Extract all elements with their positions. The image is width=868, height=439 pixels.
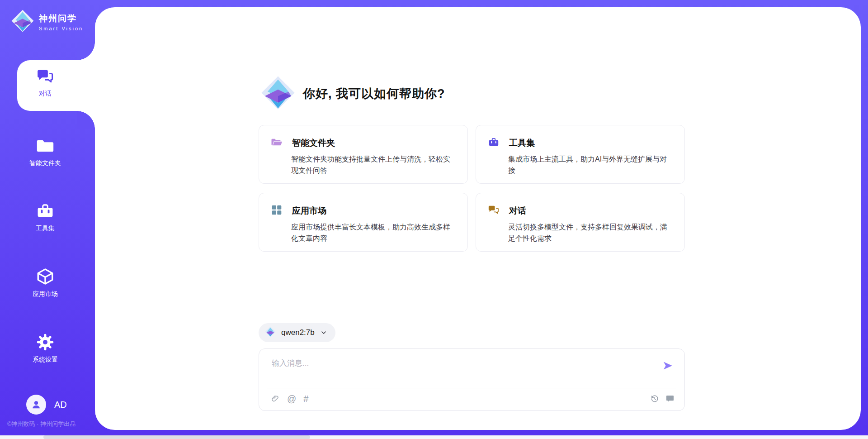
history-icon[interactable] (650, 394, 659, 403)
card-chat[interactable]: 对话 灵活切换多模型文件，支持多样回复效果调试，满足个性化需求 (476, 193, 685, 252)
attachment-icon[interactable] (271, 394, 280, 403)
sidebar-item-label: 工具集 (36, 224, 55, 233)
sidebar-item-settings[interactable]: 系统设置 (0, 332, 90, 364)
card-smart-folder[interactable]: 智能文件夹 智能文件夹功能支持批量文件上传与清洗，轻松实现文件问答 (259, 125, 468, 184)
briefcase-icon (488, 136, 500, 150)
sidebar-item-app-market[interactable]: 应用市场 (0, 267, 90, 298)
send-icon[interactable] (662, 360, 674, 372)
hashtag-icon[interactable]: # (303, 394, 308, 403)
app-logo: 神州问学 Smart Vision (11, 9, 83, 34)
app-subtitle: Smart Vision (39, 26, 83, 31)
cube-icon (35, 267, 55, 286)
avatar (26, 395, 46, 415)
greeting: 你好, 我可以如何帮助你? (260, 75, 445, 112)
user-initials: AD (54, 400, 67, 410)
message-input[interactable] (272, 359, 642, 368)
horizontal-scrollbar[interactable] (0, 435, 868, 439)
tab-fillet-bottom (77, 111, 95, 129)
main-panel: 你好, 我可以如何帮助你? 智能文件夹 智能文件夹功能支持批量文件上传与清洗，轻… (95, 7, 861, 430)
card-title: 工具集 (509, 137, 535, 149)
sidebar-item-label: 应用市场 (33, 290, 58, 298)
sidebar-item-label: 对话 (39, 90, 52, 98)
folder-open-icon (271, 136, 283, 150)
sidebar-item-label: 系统设置 (33, 356, 58, 364)
sidebar-item-chat[interactable]: 对话 (0, 66, 90, 98)
model-diamond-icon (265, 326, 276, 339)
gear-icon (35, 332, 55, 352)
composer-divider (267, 388, 676, 388)
scrollbar-thumb[interactable] (43, 435, 310, 439)
sidebar-item-toolset[interactable]: 工具集 (0, 201, 90, 233)
tab-fillet-top (77, 42, 95, 60)
greeting-diamond-icon (260, 75, 296, 112)
card-description: 应用市场提供丰富长文本模板，助力高效生成多样化文章内容 (291, 222, 456, 244)
card-title: 对话 (509, 205, 526, 217)
sidebar-item-label: 智能文件夹 (29, 159, 61, 167)
card-toolset[interactable]: 工具集 集成市场上主流工具，助力AI与外界无缝扩展与对接 (476, 125, 685, 184)
chat-icon (488, 204, 500, 218)
greeting-text: 你好, 我可以如何帮助你? (303, 86, 445, 102)
grid-icon (271, 204, 283, 218)
card-description: 集成市场上主流工具，助力AI与外界无缝扩展与对接 (508, 154, 673, 177)
logo-diamond-icon (11, 9, 34, 34)
chat-icon (35, 66, 55, 86)
card-title: 应用市场 (292, 205, 326, 217)
sidebar: 神州问学 Smart Vision 对话 智能文件夹 (0, 0, 95, 439)
copyright-footer: ©神州数码 · 神州问学出品 (7, 420, 75, 428)
card-title: 智能文件夹 (292, 137, 335, 149)
message-composer: @ # (259, 348, 685, 411)
user-account[interactable]: AD (26, 395, 67, 415)
folder-icon (35, 136, 55, 156)
app-title: 神州问学 (39, 13, 83, 24)
model-selector[interactable]: qwen2:7b (259, 323, 335, 342)
comment-icon[interactable] (665, 394, 675, 403)
toolbox-icon (35, 201, 55, 221)
card-app-market[interactable]: 应用市场 应用市场提供丰富长文本模板，助力高效生成多样化文章内容 (259, 193, 468, 252)
sidebar-item-smart-folder[interactable]: 智能文件夹 (0, 136, 90, 167)
model-name: qwen2:7b (281, 328, 315, 337)
card-description: 智能文件夹功能支持批量文件上传与清洗，轻松实现文件问答 (291, 154, 456, 177)
feature-cards: 智能文件夹 智能文件夹功能支持批量文件上传与清洗，轻松实现文件问答 工具集 (259, 125, 685, 252)
app-window: 神州问学 Smart Vision 对话 智能文件夹 (0, 0, 868, 439)
card-description: 灵活切换多模型文件，支持多样回复效果调试，满足个性化需求 (508, 222, 673, 244)
mention-icon[interactable]: @ (287, 394, 296, 403)
chevron-down-icon (320, 329, 327, 336)
